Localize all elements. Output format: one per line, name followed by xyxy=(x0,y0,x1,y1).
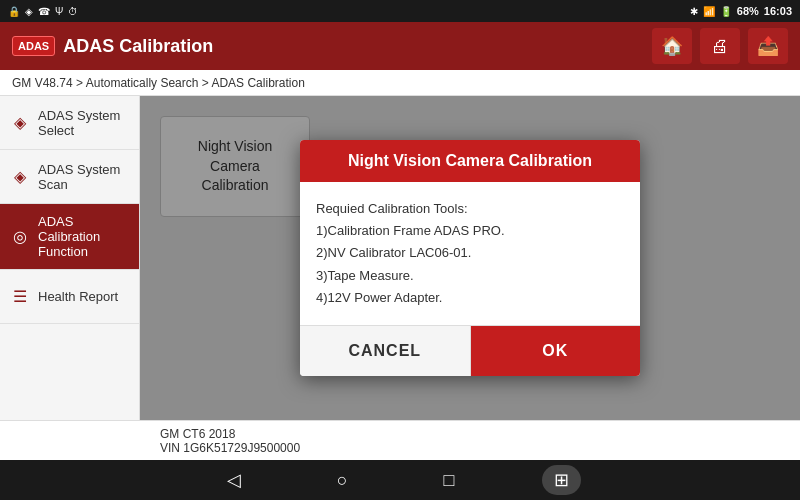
sidebar: ◈ ADAS System Select ◈ ADAS System Scan … xyxy=(0,96,140,460)
sidebar-item-label: ADAS System Select xyxy=(38,108,129,138)
content-area: Night Vision Camera Calibration K Night … xyxy=(140,96,800,460)
modal-title: Night Vision Camera Calibration xyxy=(348,152,592,169)
home-button[interactable]: 🏠 xyxy=(652,28,692,64)
breadcrumb-text: GM V48.74 > Automatically Search > ADAS … xyxy=(12,76,305,90)
share-button[interactable]: 📤 xyxy=(748,28,788,64)
sidebar-item-label: ADAS System Scan xyxy=(38,162,129,192)
modal-dialog: Night Vision Camera Calibration Requied … xyxy=(300,140,640,375)
header-title-group: ADAS ADAS Calibration xyxy=(12,36,213,57)
modal-body: Requied Calibration Tools: 1)Calibration… xyxy=(300,182,640,324)
sidebar-item-health-report[interactable]: ☰ Health Report xyxy=(0,270,139,324)
usb-icon: Ψ xyxy=(55,6,63,17)
modal-line-3: 3)Tape Measure. xyxy=(316,265,624,287)
app-header: ADAS ADAS Calibration 🏠 🖨 📤 xyxy=(0,22,800,70)
status-left-icons: 🔒 ◈ ☎ Ψ ⏱ xyxy=(8,6,78,17)
adas-system-scan-icon: ◈ xyxy=(10,167,30,186)
back-button[interactable]: ◁ xyxy=(219,465,249,495)
phone-icon: ☎ xyxy=(38,6,50,17)
sidebar-item-adas-calibration-function[interactable]: ◎ ADAS Calibration Function xyxy=(0,204,139,270)
sidebar-item-label: Health Report xyxy=(38,289,118,304)
home-nav-button[interactable]: ○ xyxy=(329,466,356,495)
adas-icon: ◈ xyxy=(25,6,33,17)
print-button[interactable]: 🖨 xyxy=(700,28,740,64)
adas-system-select-icon: ◈ xyxy=(10,113,30,132)
status-right-icons: ✱ 📶 🔋 68% 16:03 xyxy=(690,5,792,17)
health-report-icon: ☰ xyxy=(10,287,30,306)
app-logo: ADAS xyxy=(12,36,55,56)
network-icon: 📶 xyxy=(703,6,715,17)
sidebar-item-label: ADAS Calibration Function xyxy=(38,214,129,259)
clock: 16:03 xyxy=(764,5,792,17)
modal-line-2: 2)NV Calibrator LAC06-01. xyxy=(316,242,624,264)
header-actions: 🏠 🖨 📤 xyxy=(652,28,788,64)
grid-button[interactable]: ⊞ xyxy=(542,465,581,495)
wifi-icon: 🔒 xyxy=(8,6,20,17)
bluetooth-icon: ✱ xyxy=(690,6,698,17)
vehicle-info-text: GM CT6 2018 VIN 1G6K51729J9500000 xyxy=(160,427,300,455)
sidebar-item-adas-system-select[interactable]: ◈ ADAS System Select xyxy=(0,96,139,150)
nav-bar: ◁ ○ □ ⊞ xyxy=(0,460,800,500)
battery-icon: 🔋 xyxy=(720,6,732,17)
ok-button[interactable]: OK xyxy=(471,326,641,376)
battery-level: 68% xyxy=(737,5,759,17)
modal-footer: CANCEL OK xyxy=(300,325,640,376)
vehicle-info: GM CT6 2018 VIN 1G6K51729J9500000 xyxy=(0,420,800,460)
status-bar: 🔒 ◈ ☎ Ψ ⏱ ✱ 📶 🔋 68% 16:03 xyxy=(0,0,800,22)
vehicle-vin: VIN 1G6K51729J9500000 xyxy=(160,441,300,455)
app-title: ADAS Calibration xyxy=(63,36,213,57)
modal-line-1: 1)Calibration Frame ADAS PRO. xyxy=(316,220,624,242)
sidebar-item-adas-system-scan[interactable]: ◈ ADAS System Scan xyxy=(0,150,139,204)
main-area: ◈ ADAS System Select ◈ ADAS System Scan … xyxy=(0,96,800,460)
modal-overlay: Night Vision Camera Calibration Requied … xyxy=(140,96,800,420)
modal-header: Night Vision Camera Calibration xyxy=(300,140,640,182)
time-icon: ⏱ xyxy=(68,6,78,17)
vehicle-model: GM CT6 2018 xyxy=(160,427,300,441)
cancel-button[interactable]: CANCEL xyxy=(300,326,471,376)
modal-body-title: Requied Calibration Tools: xyxy=(316,198,624,220)
modal-line-4: 4)12V Power Adapter. xyxy=(316,287,624,309)
breadcrumb: GM V48.74 > Automatically Search > ADAS … xyxy=(0,70,800,96)
recent-button[interactable]: □ xyxy=(436,466,463,495)
adas-calibration-icon: ◎ xyxy=(10,227,30,246)
